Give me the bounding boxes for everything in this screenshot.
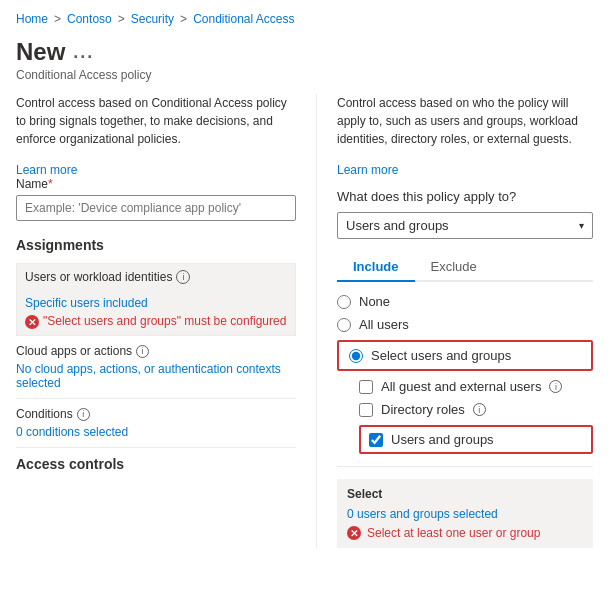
cloud-assignment-label: Cloud apps or actions xyxy=(16,344,132,358)
name-required: * xyxy=(48,177,53,191)
breadcrumb-conditional-access[interactable]: Conditional Access xyxy=(193,12,294,26)
select-count[interactable]: 0 users and groups selected xyxy=(347,507,583,521)
name-field: Name* xyxy=(16,177,296,221)
cloud-assignment-body: No cloud apps, actions, or authenticatio… xyxy=(16,362,296,390)
users-assignment-item[interactable]: Users or workload identities i Specific … xyxy=(16,263,296,336)
name-label: Name* xyxy=(16,177,296,191)
checkbox-users-groups-label: Users and groups xyxy=(391,432,494,447)
main-content: Control access based on Conditional Acce… xyxy=(0,94,609,548)
divider xyxy=(337,466,593,467)
select-error: ✕ Select at least one user or group xyxy=(347,525,583,540)
right-panel: Control access based on who the policy w… xyxy=(316,94,593,548)
assignments-title: Assignments xyxy=(16,237,296,253)
radio-none[interactable]: None xyxy=(337,294,593,309)
checkbox-group: All guest and external users i Directory… xyxy=(359,379,593,454)
radio-select-users-input[interactable] xyxy=(349,349,363,363)
radio-all-users-input[interactable] xyxy=(337,318,351,332)
breadcrumb-home[interactable]: Home xyxy=(16,12,48,26)
checkbox-users-groups-box[interactable]: Users and groups xyxy=(359,425,593,454)
page-subtitle: Conditional Access policy xyxy=(16,68,593,82)
radio-select-users-label: Select users and groups xyxy=(371,348,511,363)
select-error-text: Select at least one user or group xyxy=(367,526,540,540)
conditions-info-icon[interactable]: i xyxy=(77,408,90,421)
users-assignment-label: Users or workload identities xyxy=(25,270,172,284)
checkbox-directory-roles-input[interactable] xyxy=(359,403,373,417)
users-info-icon[interactable]: i xyxy=(176,270,190,284)
policy-question: What does this policy apply to? xyxy=(337,189,593,204)
breadcrumb-sep2: > xyxy=(118,12,125,26)
radio-none-input[interactable] xyxy=(337,295,351,309)
directory-roles-info-icon[interactable]: i xyxy=(473,403,486,416)
breadcrumb: Home > Contoso > Security > Conditional … xyxy=(0,0,609,34)
users-assignment-header: Users or workload identities i xyxy=(17,264,295,290)
conditions-item[interactable]: Conditions i 0 conditions selected xyxy=(16,407,296,448)
radio-none-label: None xyxy=(359,294,390,309)
checkbox-guest-users-input[interactable] xyxy=(359,380,373,394)
radio-group: None All users xyxy=(337,294,593,332)
name-input[interactable] xyxy=(16,195,296,221)
breadcrumb-sep3: > xyxy=(180,12,187,26)
checkbox-guest-users[interactable]: All guest and external users i xyxy=(359,379,593,394)
cloud-info-icon[interactable]: i xyxy=(136,345,149,358)
conditions-label: Conditions xyxy=(16,407,73,421)
conditions-header: Conditions i xyxy=(16,407,296,421)
page-title-ellipsis[interactable]: ... xyxy=(73,42,94,63)
checkbox-directory-roles[interactable]: Directory roles i xyxy=(359,402,593,417)
users-error-text: "Select users and groups" must be config… xyxy=(43,314,286,328)
radio-select-users-box[interactable]: Select users and groups xyxy=(337,340,593,371)
users-sub-label: Specific users included xyxy=(25,296,287,310)
dropdown-arrow-icon: ▾ xyxy=(579,220,584,231)
checkbox-users-groups-input[interactable] xyxy=(369,433,383,447)
access-controls-title: Access controls xyxy=(16,456,296,472)
select-error-icon: ✕ xyxy=(347,526,361,540)
breadcrumb-contoso[interactable]: Contoso xyxy=(67,12,112,26)
checkbox-directory-roles-label: Directory roles xyxy=(381,402,465,417)
conditions-body: 0 conditions selected xyxy=(16,425,296,439)
tab-exclude[interactable]: Exclude xyxy=(415,253,493,282)
radio-all-users-label: All users xyxy=(359,317,409,332)
policy-dropdown-value: Users and groups xyxy=(346,218,449,233)
select-label: Select xyxy=(347,487,583,501)
users-error-icon: ✕ xyxy=(25,315,39,329)
policy-dropdown[interactable]: Users and groups ▾ xyxy=(337,212,593,239)
breadcrumb-sep1: > xyxy=(54,12,61,26)
breadcrumb-security[interactable]: Security xyxy=(131,12,174,26)
page-title: New xyxy=(16,38,65,66)
users-assignment-body: Specific users included ✕ "Select users … xyxy=(17,290,295,335)
checkbox-guest-users-label: All guest and external users xyxy=(381,379,541,394)
left-panel: Control access based on Conditional Acce… xyxy=(16,94,296,548)
select-section: Select 0 users and groups selected ✕ Sel… xyxy=(337,479,593,548)
left-description: Control access based on Conditional Acce… xyxy=(16,94,296,148)
cloud-assignment-header: Cloud apps or actions i xyxy=(16,344,296,358)
radio-all-users[interactable]: All users xyxy=(337,317,593,332)
page-header: New ... Conditional Access policy xyxy=(0,34,609,94)
guest-users-info-icon[interactable]: i xyxy=(549,380,562,393)
include-exclude-tabs: Include Exclude xyxy=(337,253,593,282)
tab-include[interactable]: Include xyxy=(337,253,415,282)
right-description: Control access based on who the policy w… xyxy=(337,94,593,148)
users-error: ✕ "Select users and groups" must be conf… xyxy=(25,314,287,329)
page-title-row: New ... xyxy=(16,38,593,66)
cloud-assignment-item[interactable]: Cloud apps or actions i No cloud apps, a… xyxy=(16,344,296,399)
left-learn-more[interactable]: Learn more xyxy=(16,163,77,177)
right-learn-more[interactable]: Learn more xyxy=(337,163,398,177)
